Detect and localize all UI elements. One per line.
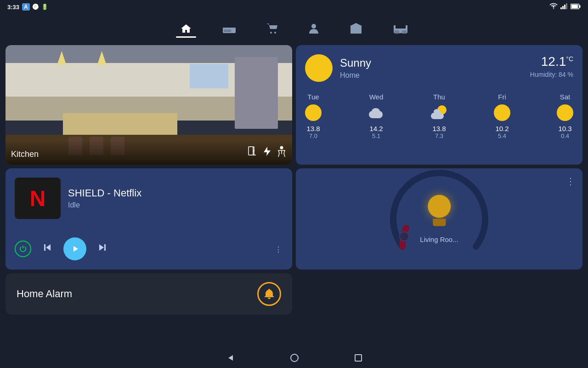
forecast-day-name: Thu (433, 93, 445, 101)
nav-home[interactable] (176, 21, 196, 36)
battery-icon (571, 3, 581, 11)
forecast-day-tue: Tue 13.8 7.0 (305, 93, 322, 139)
forecast-low-fri: 5.4 (495, 132, 509, 139)
svg-point-12 (274, 32, 276, 34)
cloud-icon-wed (368, 104, 384, 121)
svg-rect-2 (564, 5, 565, 9)
bulb-icon (424, 195, 454, 232)
forecast-temps-thu: 13.8 7.3 (432, 125, 446, 139)
media-more-button[interactable]: ⋮ (275, 244, 283, 254)
svg-rect-9 (227, 29, 231, 32)
forecast-day-sat: Sat 10.3 0.4 (557, 93, 573, 139)
weather-location: Home (340, 71, 371, 80)
forecast-day-name: Sat (560, 93, 571, 101)
camera-label: Kitchen (11, 150, 39, 159)
forecast-high-sat: 10.3 (558, 125, 571, 132)
forecast-temps-wed: 14.2 5.1 (369, 125, 383, 139)
app-icon-p: 🅟 (33, 4, 39, 11)
forecast-day-wed: Wed 14.2 5.1 (368, 93, 384, 139)
svg-rect-10 (223, 28, 236, 29)
light-more-button[interactable]: ⋮ (566, 176, 575, 187)
recents-button[interactable] (354, 354, 362, 362)
light-dial[interactable]: Living Roo... (389, 168, 490, 270)
media-title: SHIELD - Netflix (68, 187, 283, 199)
main-grid: Kitchen (0, 41, 588, 348)
bulb-body (428, 195, 451, 218)
weather-left: Sunny Home (305, 54, 371, 82)
svg-marker-33 (99, 244, 104, 251)
home-button[interactable] (290, 353, 299, 362)
window (189, 63, 229, 89)
forecast-high-wed: 14.2 (369, 125, 383, 132)
media-card: N SHIELD - Netflix Idle (6, 168, 292, 270)
svg-rect-14 (351, 26, 362, 34)
svg-rect-0 (560, 7, 562, 9)
forecast-temps-tue: 13.8 7.0 (306, 125, 320, 139)
signal-icon (560, 3, 568, 11)
app-icon-a: A (22, 3, 30, 11)
svg-point-11 (270, 32, 272, 34)
forecast-icon-thu (431, 104, 447, 121)
wifi-icon (549, 3, 558, 11)
svg-rect-34 (104, 244, 106, 251)
nav-bed2[interactable] (389, 21, 412, 36)
mini-cloud (431, 113, 444, 119)
status-right (549, 3, 581, 11)
camera-card[interactable]: Kitchen (6, 45, 292, 165)
svg-marker-32 (74, 246, 78, 252)
weather-right: 12.1°C Humidity: 84 % (530, 54, 573, 78)
sun-icon-sat (557, 104, 573, 121)
svg-point-26 (253, 150, 254, 151)
nav-cart[interactable] (262, 21, 283, 36)
forecast-day-thu: Thu 13.8 7.3 (431, 93, 447, 139)
forecast-day-name: Tue (307, 93, 319, 101)
svg-rect-21 (402, 30, 407, 34)
nav-bedroom[interactable] (218, 21, 240, 36)
media-status: Idle (68, 201, 283, 209)
forecast-low-sat: 0.4 (558, 132, 571, 139)
door-icon (247, 146, 257, 159)
light-card: ⋮ Living Roo... (296, 168, 582, 270)
alarm-card[interactable]: Home Alarm (6, 273, 292, 315)
svg-rect-3 (566, 3, 567, 9)
nav-bar (0, 14, 588, 41)
weather-current: Sunny Home 12.1°C Humidity: 84 % (305, 54, 573, 82)
forecast-day-fri: Fri 10.2 5.4 (494, 93, 510, 139)
svg-rect-31 (44, 244, 45, 251)
back-button[interactable] (226, 353, 235, 362)
weather-text: Sunny Home (340, 57, 371, 80)
camera-overlay: Kitchen (6, 140, 292, 165)
light-name: Living Roo... (420, 236, 458, 243)
prev-button[interactable] (42, 242, 52, 255)
nav-room[interactable] (345, 21, 367, 36)
alarm-bell-button[interactable] (257, 282, 281, 306)
alarm-label: Home Alarm (17, 288, 72, 300)
next-button[interactable] (97, 242, 107, 255)
weather-humidity: Humidity: 84 % (530, 71, 573, 78)
sun-icon-fri (494, 104, 510, 121)
forecast-icon-wed (368, 104, 384, 121)
svg-point-37 (291, 354, 298, 362)
play-button[interactable] (63, 237, 86, 260)
svg-rect-22 (394, 25, 396, 29)
sun-icon-tue (305, 104, 322, 121)
weather-card: Sunny Home 12.1°C Humidity: 84 % Tue 13.… (296, 45, 582, 165)
forecast-high-fri: 10.2 (495, 125, 509, 132)
battery-icon-small: 🔋 (41, 4, 48, 10)
forecast-temps-fri: 10.2 5.4 (495, 125, 509, 139)
svg-point-28 (280, 146, 283, 150)
status-bar: 3:33 A 🅟 🔋 (0, 0, 588, 14)
power-button[interactable] (15, 241, 31, 257)
nav-user[interactable] (305, 21, 323, 36)
svg-rect-6 (571, 5, 578, 8)
bottom-nav (0, 348, 588, 368)
svg-marker-30 (46, 244, 51, 251)
svg-rect-38 (355, 355, 362, 361)
person-icon (277, 146, 287, 159)
bulb-base (433, 219, 446, 226)
svg-rect-20 (395, 30, 399, 34)
forecast-high-thu: 13.8 (432, 125, 446, 132)
sun-icon (305, 54, 333, 82)
media-info: SHIELD - Netflix Idle (68, 187, 283, 209)
svg-rect-23 (406, 25, 407, 29)
